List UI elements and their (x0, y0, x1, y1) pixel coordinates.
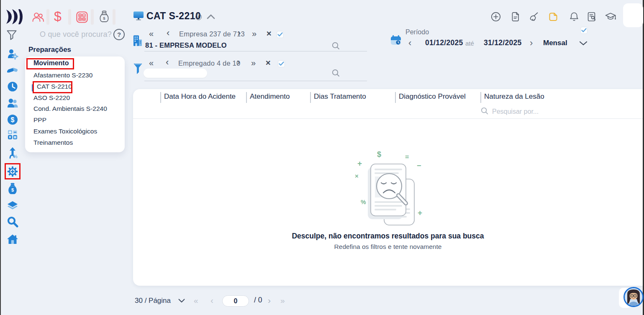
grid-search-icon[interactable] (481, 107, 488, 115)
notifications-bell-icon[interactable] (569, 11, 580, 22)
employee-search-icon[interactable] (332, 69, 340, 77)
svg-text:$: $ (11, 187, 14, 192)
menu-item-afastamento[interactable]: Afastamento S-2230 (33, 72, 92, 79)
sticky-note-icon[interactable] (548, 11, 559, 22)
brand-logo-icon[interactable] (6, 8, 23, 26)
empty-symbol-plus: + (357, 159, 362, 167)
pagination-prev-button[interactable]: ‹ (210, 296, 213, 305)
period-mode-chevron-down-icon[interactable] (579, 41, 588, 46)
empty-symbol-percent: % (361, 199, 366, 205)
column-separator (310, 92, 311, 103)
pagination-next-button[interactable]: › (268, 296, 271, 305)
column-separator (160, 92, 161, 103)
employee-filter-icon[interactable] (133, 63, 142, 74)
grid-search-input[interactable]: Pesquisar por... (492, 108, 539, 115)
period-end-date[interactable]: 31/12/2025 (484, 39, 522, 47)
sidebar-calculator-icon[interactable] (7, 129, 18, 141)
app-window: $ $ O que você procura? ? Preparações Mo… (0, 0, 644, 315)
global-search-input[interactable]: O que você procura? (40, 31, 112, 38)
sidebar-people-icon[interactable] (7, 97, 18, 109)
sidebar-handshake-icon[interactable] (7, 64, 18, 75)
employee-field-underline (144, 81, 367, 81)
period-mode-select[interactable]: Mensal (543, 39, 567, 46)
company-search-icon[interactable] (332, 42, 340, 50)
menu-item-ppp[interactable]: PPP (33, 117, 46, 123)
page-title: CAT S-2210 (146, 11, 201, 21)
company-last-button[interactable]: » (252, 29, 257, 38)
empty-symbol-equals: = (405, 154, 409, 161)
menu-item-exames[interactable]: Exames Toxicológicos (33, 128, 97, 135)
company-first-button[interactable]: « (149, 29, 154, 38)
sidebar-user-settings-icon[interactable] (7, 48, 18, 60)
empty-symbol-plus2: + (418, 209, 422, 217)
collapse-chevron-up-icon[interactable] (207, 14, 215, 19)
sidebar-promotion-icon[interactable]: % (7, 147, 18, 159)
module-calc-icon[interactable] (76, 11, 88, 23)
employee-last-button[interactable]: » (251, 59, 256, 67)
column-header-data-hora[interactable]: Data Hora do Acidente (164, 93, 236, 100)
menu-item-cond-ambientais[interactable]: Cond. Ambientais S-2240 (33, 105, 107, 112)
sidebar-home-icon[interactable] (7, 233, 18, 245)
window-border-left (0, 0, 1, 315)
avatar-face-illustration (625, 288, 642, 306)
company-field-value[interactable]: 81 - EMPRESA MODELO (145, 42, 227, 49)
sidebar-moneybag-icon[interactable]: $ (7, 183, 18, 195)
module-hr-icon[interactable] (32, 11, 44, 23)
user-panel-corner[interactable] (623, 3, 643, 27)
employee-select-checkbox[interactable] (278, 60, 285, 67)
sidebar-search-icon[interactable] (7, 216, 18, 228)
sidebar-clock-icon[interactable] (7, 81, 18, 92)
pagination-last-button[interactable]: » (280, 297, 285, 305)
empty-symbol-minus: − (417, 162, 421, 169)
empty-state-subtitle: Redefina os filtros e tente novamente (133, 243, 643, 250)
filter-funnel-icon[interactable] (6, 29, 17, 40)
period-checkbox[interactable] (580, 27, 588, 34)
results-card: Data Hora do Acidente Atendimento Dias T… (133, 89, 643, 286)
current-page-input[interactable]: 0 (222, 295, 249, 307)
assistant-avatar[interactable] (623, 287, 644, 307)
column-header-atendimento[interactable]: Atendimento (250, 93, 290, 100)
page-size-select[interactable]: 30 / Página (135, 297, 171, 304)
company-clear-button[interactable]: ✕ (266, 31, 272, 37)
period-prev-button[interactable]: ‹ (408, 38, 411, 48)
sidebar-layers-icon[interactable] (7, 200, 18, 211)
sidebar-dollar-icon[interactable]: $ (7, 114, 18, 125)
column-header-dias-tratamento[interactable]: Dias Tratamento (314, 93, 366, 100)
total-pages-label: / 0 (254, 297, 262, 304)
audit-log-icon[interactable] (587, 11, 598, 22)
column-separator (395, 92, 396, 103)
broom-icon[interactable] (528, 11, 539, 22)
employee-counter: Empregado 4 de 10 (178, 60, 240, 67)
svg-text:$: $ (11, 116, 15, 123)
empty-symbol-dollar: $ (377, 151, 381, 158)
employee-clear-button[interactable]: ✕ (265, 60, 271, 67)
pagination-first-button[interactable]: « (194, 297, 198, 305)
company-prev-button[interactable]: ‹ (167, 28, 169, 38)
training-cap-icon[interactable] (605, 11, 616, 22)
info-icon[interactable]: i (195, 14, 202, 20)
module-separator (46, 9, 49, 25)
menu-item-treinamentos[interactable]: Treinamentos (33, 139, 73, 146)
module-separator (91, 9, 94, 25)
module-finance-icon[interactable]: $ (54, 10, 62, 23)
page-size-chevron-down-icon[interactable] (178, 299, 185, 303)
info-glyph: i (198, 15, 199, 19)
menu-item-aso[interactable]: ASO S-2220 (33, 95, 70, 101)
employee-next-button[interactable]: › (237, 58, 240, 67)
column-separator (246, 92, 247, 103)
column-header-diagnostico[interactable]: Diagnóstico Provável (399, 93, 466, 100)
company-select-checkbox[interactable] (277, 31, 284, 38)
menu-section-label: Preparações (28, 46, 71, 53)
document-icon[interactable] (510, 11, 521, 22)
sidebar-gear-icon[interactable] (7, 166, 18, 177)
employee-first-button[interactable]: « (149, 59, 154, 67)
employee-prev-button[interactable]: ‹ (166, 58, 169, 67)
company-next-button[interactable]: › (238, 28, 241, 38)
module-moneybag-icon[interactable]: $ (99, 10, 110, 23)
employee-name-field[interactable] (144, 69, 207, 78)
add-record-icon[interactable] (490, 11, 501, 22)
column-header-natureza[interactable]: Natureza da Lesão (484, 93, 544, 100)
help-icon[interactable]: ? (113, 29, 125, 40)
period-start-date[interactable]: 01/12/2025 (425, 39, 463, 47)
period-next-button[interactable]: › (530, 38, 533, 48)
